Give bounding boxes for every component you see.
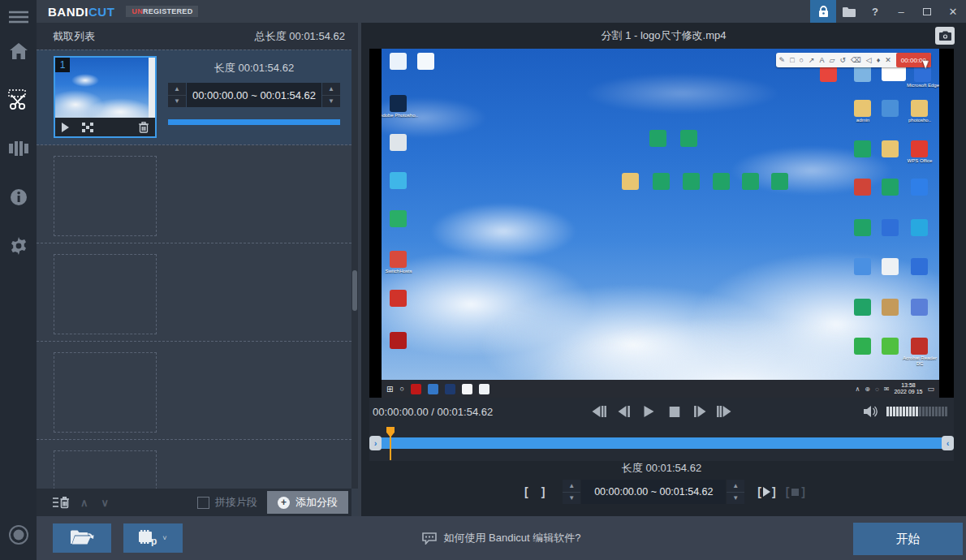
clip-row-selected[interactable]: 1 长度 00:01:54.62 [37, 50, 351, 145]
open-media-preset-button[interactable]: p ˅ [123, 523, 183, 553]
seek-zone: › ‹ [369, 425, 954, 461]
taskbar-app-icon [428, 384, 438, 394]
set-start-bracket-button[interactable]: [ [518, 485, 535, 498]
volume-bar[interactable] [916, 407, 918, 416]
home-icon[interactable] [0, 39, 37, 63]
desktop-icon [911, 258, 928, 275]
annotation-tool-icon: ▱ [830, 57, 835, 64]
bandicut-window: BANDICUT UNREGISTERED ? – ✕ 截取列表 总长度 00:… [0, 0, 966, 560]
volume-bar[interactable] [896, 407, 899, 416]
settings-gear-icon[interactable] [0, 234, 37, 258]
open-file-button[interactable] [53, 523, 111, 553]
set-end-bracket-button[interactable]: ] [535, 485, 552, 498]
desktop-icon [911, 219, 928, 236]
seek-bar[interactable]: › ‹ [369, 437, 954, 449]
clip-thumbnail[interactable]: 1 [54, 56, 157, 138]
volume-bar[interactable] [945, 407, 947, 416]
volume-speaker-icon[interactable] [864, 405, 880, 418]
clip-range-field[interactable]: 00:00:00.00 ~ 00:01:54.62 [187, 83, 321, 107]
move-up-icon[interactable]: ∧ [80, 497, 88, 509]
empty-clip-slot [37, 243, 351, 342]
volume-bar[interactable] [909, 407, 912, 416]
segment-range-field[interactable]: 00:00:00.00 ~ 00:01:54.62 [581, 480, 726, 504]
record-icon[interactable] [0, 523, 37, 547]
prev-frame-button[interactable] [590, 403, 608, 420]
join-tool-icon[interactable] [0, 136, 37, 161]
help-link[interactable]: 如何使用 Bandicut 编辑软件? [421, 531, 580, 545]
clip-delete-icon[interactable] [139, 122, 149, 133]
volume-bar[interactable] [942, 407, 944, 416]
volume-bar[interactable] [938, 407, 941, 416]
open-folder-icon[interactable] [836, 0, 862, 23]
volume-bar[interactable] [906, 407, 908, 416]
volume-bar[interactable] [925, 407, 928, 416]
volume-bar[interactable] [890, 407, 892, 416]
video-viewport[interactable]: Adobe Photosho..SwitchHostsMicrosoft Edg… [369, 49, 954, 398]
seek-start-handle[interactable]: › [369, 436, 382, 450]
player-panel: 分割 1 - logo尺寸修改.mp4 Adobe Photosho..Swit… [361, 23, 966, 516]
volume-bar[interactable] [919, 407, 921, 416]
empty-thumbnail-placeholder [54, 450, 157, 489]
volume-bar[interactable] [912, 407, 915, 416]
maximize-icon[interactable] [914, 0, 940, 23]
clip-list-scrollbar[interactable] [351, 50, 358, 489]
volume-bar[interactable] [903, 407, 905, 416]
minimize-icon[interactable]: – [888, 0, 914, 23]
lock-icon[interactable] [810, 0, 836, 23]
stepper-up-icon[interactable]: ▲ [168, 83, 186, 95]
empty-clip-slot [37, 145, 351, 243]
annotation-tool-icon: ↺ [840, 57, 847, 64]
join-segments-checkbox[interactable] [197, 497, 209, 509]
taskbar-app-icon [445, 384, 455, 394]
play-segment-button[interactable]: [] [757, 485, 775, 498]
next-frame-button[interactable] [716, 403, 734, 420]
seek-end-handle[interactable]: ‹ [942, 436, 954, 450]
clip-list: 1 长度 00:01:54.62 [37, 50, 351, 489]
annotation-tool-icon: ⌫ [851, 57, 861, 64]
cut-tool-icon[interactable] [0, 88, 37, 112]
stepper-up-icon[interactable]: ▲ [727, 480, 744, 492]
annotation-tool-icon: ○ [800, 57, 804, 64]
start-button[interactable]: 开始 [853, 523, 963, 555]
volume-bar[interactable] [935, 407, 938, 416]
stepper-down-icon[interactable]: ▼ [563, 492, 580, 505]
svg-text:p: p [151, 536, 157, 546]
volume-bar[interactable] [932, 407, 934, 416]
volume-bar[interactable] [929, 407, 931, 416]
close-icon[interactable]: ✕ [940, 0, 966, 23]
clip-cut-icon[interactable] [82, 123, 93, 132]
volume-level-bars[interactable] [886, 407, 947, 416]
stepper-down-icon[interactable]: ▼ [168, 95, 186, 108]
search-icon: ○ [399, 385, 403, 393]
stop-button[interactable] [666, 403, 684, 420]
volume-bar[interactable] [886, 407, 889, 416]
desktop-icon [417, 53, 434, 70]
stepper-down-icon[interactable]: ▼ [727, 492, 744, 505]
volume-bar[interactable] [893, 407, 895, 416]
snapshot-camera-icon[interactable] [935, 27, 955, 45]
step-back-button[interactable] [615, 403, 633, 420]
help-icon[interactable]: ? [862, 0, 888, 23]
stepper-down-icon[interactable]: ▼ [322, 95, 340, 108]
stop-segment-button: [] [786, 485, 805, 498]
clip-play-icon[interactable] [62, 123, 69, 132]
stepper-up-icon[interactable]: ▲ [563, 480, 580, 492]
clear-list-icon[interactable] [53, 497, 69, 509]
volume-bar[interactable] [922, 407, 925, 416]
play-button[interactable] [640, 403, 658, 420]
move-down-icon[interactable]: ∨ [101, 497, 110, 509]
annotation-tool-icon: ◁ [866, 57, 872, 64]
recorder-annotation-toolbar: ✎□○↗A▱↺⌫◁♦✕ 00:00:00 [776, 53, 931, 67]
desktop-icon [771, 173, 788, 190]
start-icon: ⊞ [386, 385, 393, 394]
playhead-marker[interactable] [386, 427, 395, 437]
join-segments-label: 拼接片段 [215, 495, 257, 510]
add-segment-button[interactable]: + 添加分段 [267, 491, 348, 514]
empty-slot-container [37, 145, 351, 489]
info-icon[interactable] [0, 185, 37, 209]
step-forward-button[interactable] [691, 403, 709, 420]
taskbar-app-icon [411, 384, 421, 394]
menu-hamburger-icon[interactable] [0, 5, 37, 29]
volume-bar[interactable] [899, 407, 902, 416]
stepper-up-icon[interactable]: ▲ [322, 83, 340, 95]
